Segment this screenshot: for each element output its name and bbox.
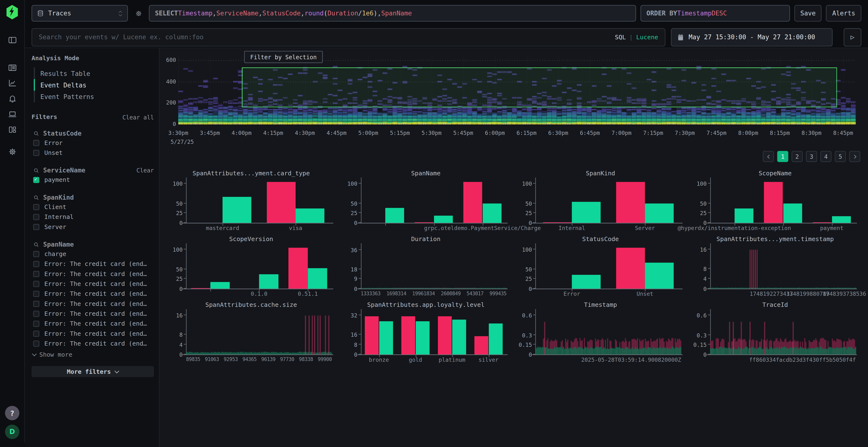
analysis-mode-event-deltas[interactable]: Event Deltas [34, 79, 159, 91]
date-range-picker[interactable]: May 27 15:30:00 - May 27 21:00:00 [671, 28, 833, 46]
sessions-nav-icon[interactable] [4, 106, 21, 122]
clear-filter-link[interactable]: Clear [136, 167, 154, 174]
filter-option-label: Error: The credit card (end… [44, 320, 147, 327]
checkbox[interactable] [33, 310, 39, 316]
filter-option[interactable]: Error: The credit card (end… [25, 329, 159, 338]
collapse-panel-icon[interactable] [4, 32, 21, 47]
page-button-4[interactable]: 4 [820, 151, 832, 162]
filter-option[interactable]: Error: The credit card (end… [25, 299, 159, 309]
delta-bar-red [401, 316, 415, 354]
y-tick-label: 50 [166, 200, 183, 206]
delta-bar-green [452, 319, 466, 354]
page-button-2[interactable]: 2 [792, 151, 803, 162]
filter-option[interactable]: Error: The credit card (end… [25, 269, 159, 279]
checkbox[interactable] [33, 301, 39, 307]
chart-explorer-icon[interactable] [4, 75, 21, 91]
filter-option[interactable]: Error [25, 138, 159, 148]
heatmap-x-tick: 8:30pm [802, 130, 822, 136]
analysis-mode-event-patterns[interactable]: Event Patterns [34, 91, 159, 102]
y-tick-label: 8 [690, 266, 707, 272]
chart-title: ScopeName [688, 170, 863, 177]
checkbox[interactable] [33, 271, 39, 277]
app-window: ?D Traces SELECT Timestamp,ServiceName,S… [0, 0, 868, 447]
search-input[interactable]: Search your events w/ Lucene ex. column:… [32, 28, 665, 46]
clear-all-link[interactable]: Clear all [123, 114, 154, 121]
filter-option[interactable]: Error: The credit card (end… [25, 259, 159, 269]
delta-bar-red [365, 316, 379, 354]
checkbox[interactable] [33, 204, 39, 210]
help-button[interactable]: ? [5, 406, 20, 420]
heatmap-selection-region[interactable] [242, 68, 837, 107]
filter-option[interactable]: Server [25, 222, 159, 232]
filter-option-label: charge [44, 250, 66, 257]
order-by-input[interactable]: ORDER BY Timestamp DESC [641, 5, 790, 22]
y-tick-label: 0 [341, 352, 357, 358]
filter-option[interactable]: Error: The credit card (end… [25, 288, 159, 299]
source-selector[interactable]: Traces [32, 5, 128, 22]
filter-by-selection-button[interactable]: Filter by Selection [244, 51, 323, 63]
y-tick-label: 0 [341, 220, 357, 226]
checkbox[interactable] [33, 281, 39, 286]
filter-groups: StatusCodeErrorUnsetServiceNameClearpaym… [25, 129, 159, 348]
page-prev-button[interactable] [763, 151, 774, 162]
checkbox[interactable] [33, 140, 39, 146]
filter-option-label: Error [44, 139, 63, 146]
user-avatar[interactable]: D [5, 424, 20, 439]
heatmap-x-tick: 8:15pm [770, 130, 790, 136]
checkbox[interactable] [33, 149, 39, 156]
query-token: Timestamp [178, 9, 212, 17]
filter-option[interactable]: Client [25, 202, 159, 212]
filter-option[interactable]: payment [25, 175, 159, 185]
dashboards-nav-icon[interactable] [4, 122, 21, 137]
delta-bar-green [645, 263, 674, 288]
checkbox[interactable] [33, 214, 39, 220]
page-button-5[interactable]: 5 [835, 151, 846, 162]
filter-option[interactable]: Error: The credit card (end… [25, 318, 159, 328]
chevron-down-icon [115, 369, 119, 373]
checkbox[interactable] [33, 177, 39, 183]
alerts-nav-icon[interactable] [4, 91, 21, 106]
checkbox[interactable] [33, 320, 39, 326]
histogram-canvas [710, 311, 856, 354]
checkbox[interactable] [33, 251, 39, 257]
filter-option[interactable]: Unset [25, 148, 159, 158]
select-query-input[interactable]: SELECT Timestamp,ServiceName,StatusCode,… [149, 5, 636, 22]
run-query-button[interactable]: ▷ [844, 28, 861, 46]
checkbox[interactable] [33, 224, 39, 230]
source-settings-button[interactable] [132, 7, 145, 20]
delta-bar-red [191, 288, 210, 288]
checkbox[interactable] [33, 331, 39, 337]
chart-title: SpanAttributes...yment.card_type [164, 170, 339, 177]
page-button-3[interactable]: 3 [806, 151, 817, 162]
heatmap-x-tick: 6:30pm [548, 130, 568, 136]
hyperdx-logo-icon[interactable] [4, 4, 21, 20]
lucene-mode-toggle[interactable]: Lucene [636, 33, 658, 41]
search-icon [33, 194, 39, 200]
page-button-1[interactable]: 1 [777, 151, 788, 162]
analysis-mode-results-table[interactable]: Results Table [34, 67, 159, 79]
alerts-button[interactable]: Alerts [826, 5, 862, 22]
filter-option-label: Error: The credit card (end… [44, 290, 147, 297]
show-more-link[interactable]: Show more [25, 351, 159, 358]
filter-group-name: SpanKind [43, 194, 154, 201]
checkbox[interactable] [33, 291, 39, 297]
y-tick-label: 4 [166, 342, 183, 348]
save-button[interactable]: Save [794, 5, 822, 22]
filter-option[interactable]: Error: The credit card (end… [25, 338, 159, 348]
checkbox[interactable] [33, 340, 39, 346]
settings-nav-icon[interactable] [4, 144, 21, 159]
search-toolbar: Search your events w/ Lucene ex. column:… [25, 27, 868, 47]
filter-option[interactable]: Internal [25, 212, 159, 221]
mini-chart-9: SpanAttributes.app.loyalty.level081632br… [339, 301, 513, 363]
filter-option[interactable]: Error: The credit card (end… [25, 309, 159, 318]
more-filters-button[interactable]: More filters [32, 366, 154, 377]
sql-mode-toggle[interactable]: SQL [615, 33, 626, 41]
page-next-button[interactable] [849, 151, 860, 162]
checkbox[interactable] [33, 261, 39, 267]
y-tick-label: 0 [516, 220, 532, 226]
heatmap-y-tick: 0 [163, 121, 176, 127]
filter-option[interactable]: Error: The credit card (end… [25, 279, 159, 288]
search-events-icon[interactable] [4, 60, 21, 75]
filter-option[interactable]: charge [25, 249, 159, 259]
delta-bar-green [434, 216, 453, 223]
